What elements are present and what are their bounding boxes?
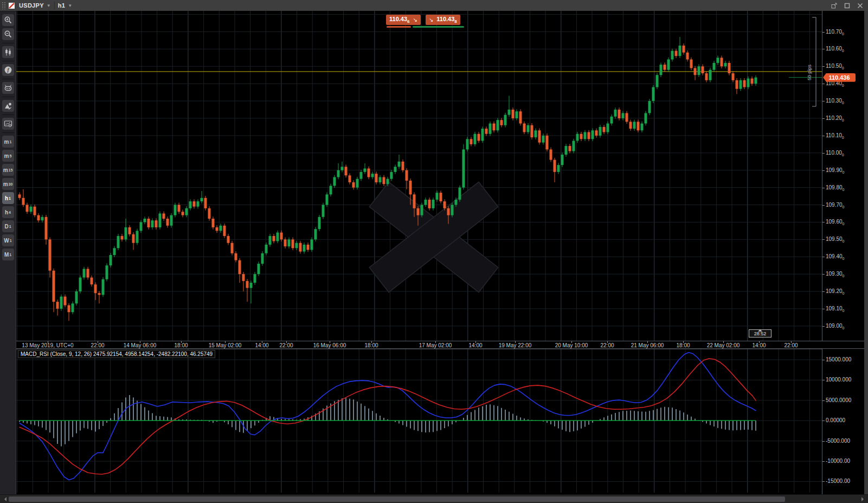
indicator-axis-tick	[822, 380, 825, 380]
time-axis-label: 18:00	[174, 342, 188, 348]
buy-button[interactable]: ↘ 110.438	[426, 15, 460, 25]
timeframe-m15-button[interactable]: m15	[2, 164, 14, 176]
time-axis-tick	[140, 341, 140, 343]
time-axis-tick	[330, 341, 330, 343]
time-axis-label: 21 May 06:00	[631, 342, 664, 348]
time-axis[interactable]: 13 May 2019, UTC+022:0014 May 06:0018:00…	[16, 341, 864, 349]
price-axis-label: 109.700	[826, 202, 845, 209]
price-axis-label: 109.900	[826, 167, 845, 174]
maximize-icon[interactable]	[843, 2, 851, 9]
symbol-selector[interactable]: USDJPY	[19, 2, 44, 9]
tool-zoom-out-button[interactable]	[2, 28, 14, 40]
tool-chart-type-candles-button[interactable]	[2, 46, 14, 58]
indicator-axis-tick	[822, 441, 825, 442]
toolbar-divider	[2, 132, 14, 133]
time-axis-label: 15 May 02:00	[209, 342, 242, 348]
timeframe-W1-button[interactable]: W1	[2, 234, 14, 246]
price-axis-tick	[822, 118, 825, 119]
time-axis-label: 14:00	[468, 342, 482, 348]
timeframe-m30-button[interactable]: m30	[2, 178, 14, 190]
price-axis-tick	[822, 84, 825, 84]
tool-indicators-button[interactable]: f	[2, 64, 14, 76]
price-axis-tick	[822, 170, 825, 171]
timeframe-h1-button[interactable]: h1	[2, 192, 14, 204]
price-axis-tick	[822, 101, 825, 101]
cbots-icon	[4, 84, 12, 92]
price-axis-label: 110.600	[826, 46, 844, 53]
timeframe-D1-button[interactable]: D1	[2, 220, 14, 232]
chart-titlebar[interactable]: USDJPY ▼ h1 ▼	[0, 0, 868, 11]
price-axis-tick	[822, 257, 825, 257]
sell-button[interactable]: 110.436 ↘	[386, 15, 421, 25]
drawing-tools-icon	[4, 101, 12, 110]
price-axis-tick	[822, 49, 825, 49]
price-axis[interactable]: 110.700110.600110.500110.400110.300110.2…	[822, 11, 865, 494]
scroll-right-icon[interactable]	[861, 497, 866, 501]
scrollbar-handle[interactable]	[9, 496, 785, 502]
symbol-caret-icon[interactable]: ▼	[47, 3, 51, 8]
price-axis-label: 110.500	[826, 63, 844, 70]
indicator-axis-tick	[822, 400, 825, 401]
toolbar-divider	[2, 43, 14, 43]
right-edge-strip	[864, 11, 868, 494]
buy-price: 110.43	[436, 16, 454, 22]
time-axis-label: 13 May 2019, UTC+0	[22, 342, 73, 348]
indicator-axis-tick	[822, 421, 825, 421]
buy-pip: 8	[454, 19, 456, 24]
indicator-axis-tick	[822, 481, 825, 482]
timeframe-caret-icon[interactable]: ▼	[68, 3, 72, 8]
tool-cbots-button[interactable]	[2, 82, 14, 94]
popout-icon[interactable]	[830, 2, 838, 9]
tool-chart-settings-button[interactable]	[2, 118, 14, 130]
time-axis-label: 22:00	[91, 342, 104, 348]
time-axis-tick	[181, 341, 182, 343]
timeframe-m1-button[interactable]: m1	[2, 136, 14, 148]
price-axis-tick	[822, 326, 825, 327]
timeframe-selector[interactable]: h1	[58, 2, 65, 9]
indicator-name: MACD_RSI (Close, 9, 12, 26)	[21, 351, 92, 357]
time-axis-tick	[475, 341, 476, 343]
price-axis-label: 110.000	[826, 150, 844, 157]
tool-drawing-tools-button[interactable]	[2, 100, 14, 112]
zoom-in-icon	[4, 16, 12, 24]
indicator-label[interactable]: MACD_RSI (Close, 9, 12, 26) 2475.92154, …	[18, 350, 215, 358]
chart-toolbar: fm1m5m15m30h1h4D1W1M1	[0, 11, 16, 494]
indicator-axis-label: 15000.000	[826, 356, 851, 362]
zoom-out-icon	[4, 30, 12, 39]
close-icon[interactable]	[856, 2, 864, 9]
last-price-tag: 110.436	[823, 73, 856, 82]
toolbar-divider	[2, 61, 14, 61]
price-axis-label: 109.500	[826, 236, 845, 243]
indicators-icon: f	[4, 66, 12, 74]
drag-grip-icon[interactable]	[2, 2, 6, 9]
price-axis-label: 109.100	[826, 305, 845, 313]
timeframe-m5-button[interactable]: m5	[2, 150, 14, 162]
indicator-axis-tick	[822, 461, 825, 462]
indicator-axis-label: -10000.00	[826, 458, 850, 464]
quick-trade-panel: 110.436 ↘ ↘ 110.438	[386, 15, 460, 25]
price-axis-label: 109.600	[826, 219, 845, 226]
time-axis-tick	[286, 341, 287, 343]
price-axis-label: 109.000	[826, 323, 845, 330]
horizontal-scrollbar[interactable]	[0, 494, 868, 503]
time-axis-tick	[225, 341, 226, 343]
time-axis-label: 22:00	[279, 342, 293, 348]
timeframe-h4-button[interactable]: h4	[2, 206, 14, 218]
indicator-axis-label: -5000.000	[826, 438, 850, 444]
time-axis-tick	[262, 341, 262, 343]
price-axis-tick	[822, 309, 825, 309]
time-axis-tick	[48, 341, 48, 343]
toolbar-divider	[2, 97, 14, 97]
scroll-left-icon[interactable]	[2, 497, 7, 501]
timeframe-M1-button[interactable]: M1	[2, 249, 14, 260]
indicator-axis-label: 10000.000	[826, 377, 851, 383]
chart-canvas[interactable]	[16, 11, 822, 494]
sell-depth-bar	[387, 26, 411, 28]
titlebar-divider	[54, 2, 55, 9]
time-axis-label: 18:00	[676, 342, 690, 348]
price-axis-tick	[822, 32, 825, 33]
price-axis-tick	[822, 136, 825, 136]
price-axis-tick	[822, 66, 825, 67]
tool-zoom-in-button[interactable]	[2, 14, 14, 26]
time-axis-label: 22:00	[600, 342, 614, 348]
